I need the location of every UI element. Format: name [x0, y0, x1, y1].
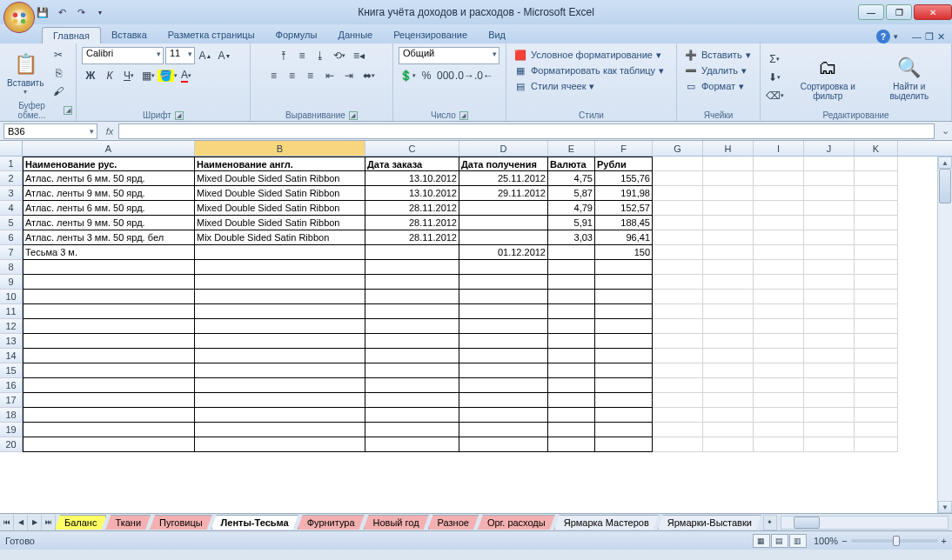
cell-E6[interactable]: 3,03 [548, 230, 595, 245]
decrease-indent-button[interactable]: ⇤ [321, 67, 339, 84]
cell-H5[interactable] [703, 216, 754, 230]
italic-button[interactable]: К [101, 67, 118, 84]
cell-C6[interactable]: 28.11.2012 [365, 230, 459, 245]
cell-I13[interactable] [754, 334, 804, 349]
qat-undo-icon[interactable]: ↶ [54, 4, 70, 20]
cell-K8[interactable] [855, 260, 898, 275]
cell-D13[interactable] [459, 334, 548, 349]
cell-D15[interactable] [459, 363, 548, 378]
underline-button[interactable]: Ч▾ [120, 67, 137, 84]
name-box[interactable]: B36 [3, 123, 97, 139]
cell-E10[interactable] [548, 290, 595, 304]
cell-C9[interactable] [365, 275, 459, 290]
cell-H3[interactable] [703, 186, 754, 201]
cell-I7[interactable] [754, 245, 804, 260]
maximize-button[interactable]: ❐ [886, 4, 912, 20]
row-header-18[interactable]: 18 [0, 408, 23, 423]
grow-font-button[interactable]: A▲ [197, 47, 214, 64]
cell-A3[interactable]: Атлас. ленты 9 мм. 50 ярд. [23, 186, 195, 201]
cell-K14[interactable] [855, 349, 898, 363]
cell-B1[interactable]: Наименование англ. [195, 157, 365, 171]
cell-E12[interactable] [548, 319, 595, 334]
vertical-scrollbar[interactable]: ▲ ▼ [937, 157, 952, 513]
cell-D14[interactable] [459, 349, 548, 363]
cell-G10[interactable] [653, 290, 703, 304]
cell-I20[interactable] [754, 437, 804, 452]
align-launcher[interactable]: ◢ [349, 111, 358, 120]
cell-B10[interactable] [195, 290, 365, 304]
cell-B7[interactable] [195, 245, 365, 260]
cell-E17[interactable] [548, 393, 595, 408]
ribbon-tab-6[interactable]: Вид [478, 27, 516, 43]
qat-save-icon[interactable]: 💾 [35, 4, 50, 20]
cell-D1[interactable]: Дата получения [459, 157, 548, 171]
cell-A16[interactable] [23, 378, 195, 393]
number-format-select[interactable]: Общий [399, 47, 499, 64]
cell-J1[interactable] [804, 157, 855, 171]
cell-J19[interactable] [804, 423, 855, 437]
cell-E3[interactable]: 5,87 [548, 186, 595, 201]
cell-K19[interactable] [855, 423, 898, 437]
cell-H2[interactable] [703, 171, 754, 186]
cell-G7[interactable] [653, 245, 703, 260]
cell-A5[interactable]: Атлас. ленты 9 мм. 50 ярд. [23, 216, 195, 230]
zoom-level[interactable]: 100% [814, 536, 838, 546]
scroll-down-icon[interactable]: ▼ [938, 501, 952, 513]
select-all-corner[interactable] [0, 141, 23, 157]
close-button[interactable]: ✕ [914, 4, 952, 20]
cell-K4[interactable] [855, 201, 898, 216]
cell-H20[interactable] [703, 437, 754, 452]
delete-cells-button[interactable]: ➖Удалить ▾ [682, 63, 748, 78]
cell-J4[interactable] [804, 201, 855, 216]
format-as-table-button[interactable]: ▦Форматировать как таблицу ▾ [512, 63, 666, 78]
ribbon-tab-2[interactable]: Разметка страницы [158, 27, 265, 43]
formula-bar-expand[interactable]: ⌄ [938, 125, 952, 137]
cell-E14[interactable] [548, 349, 595, 363]
cell-J15[interactable] [804, 363, 855, 378]
cell-A13[interactable] [23, 334, 195, 349]
cell-G1[interactable] [653, 157, 703, 171]
col-header-G[interactable]: G [653, 141, 703, 156]
sheet-tab-8[interactable]: Ярмарка Мастеров [554, 515, 659, 530]
cell-I10[interactable] [754, 290, 804, 304]
shrink-font-button[interactable]: A▼ [216, 47, 233, 64]
copy-button[interactable]: ⎘ [50, 64, 67, 82]
col-header-B[interactable]: B [195, 141, 365, 156]
row-header-7[interactable]: 7 [0, 245, 23, 260]
cell-I12[interactable] [754, 319, 804, 334]
cell-K9[interactable] [855, 275, 898, 290]
cell-H7[interactable] [703, 245, 754, 260]
sheet-tab-4[interactable]: Фурнитура [298, 515, 365, 530]
mdi-minimize-icon[interactable]: — [912, 31, 922, 42]
row-header-12[interactable]: 12 [0, 319, 23, 334]
cell-A18[interactable] [23, 408, 195, 423]
autosum-button[interactable]: Σ▾ [766, 50, 783, 68]
cell-F15[interactable] [595, 363, 653, 378]
cell-I19[interactable] [754, 423, 804, 437]
mdi-restore-icon[interactable]: ❐ [925, 31, 934, 43]
cell-B15[interactable] [195, 363, 365, 378]
row-header-17[interactable]: 17 [0, 393, 23, 408]
minimize-button[interactable]: — [858, 4, 884, 20]
cell-E11[interactable] [548, 304, 595, 319]
cell-B11[interactable] [195, 304, 365, 319]
cell-D10[interactable] [459, 290, 548, 304]
cell-E19[interactable] [548, 423, 595, 437]
cell-C1[interactable]: Дата заказа [365, 157, 459, 171]
cell-F1[interactable]: Рубли [595, 157, 653, 171]
cell-J20[interactable] [804, 437, 855, 452]
cell-G4[interactable] [653, 201, 703, 216]
cell-E1[interactable]: Валюта [548, 157, 595, 171]
cell-C20[interactable] [365, 437, 459, 452]
cell-G16[interactable] [653, 378, 703, 393]
sheet-nav-next[interactable]: ▶ [28, 515, 42, 530]
scroll-thumb[interactable] [939, 169, 951, 203]
cell-B19[interactable] [195, 423, 365, 437]
col-header-D[interactable]: D [459, 141, 548, 156]
cell-K11[interactable] [855, 304, 898, 319]
align-left-button[interactable]: ≡ [265, 67, 283, 84]
cell-I17[interactable] [754, 393, 804, 408]
row-header-5[interactable]: 5 [0, 216, 23, 230]
fill-color-button[interactable]: 🪣▾ [158, 67, 176, 84]
clear-button[interactable]: ⌫▾ [766, 87, 783, 104]
